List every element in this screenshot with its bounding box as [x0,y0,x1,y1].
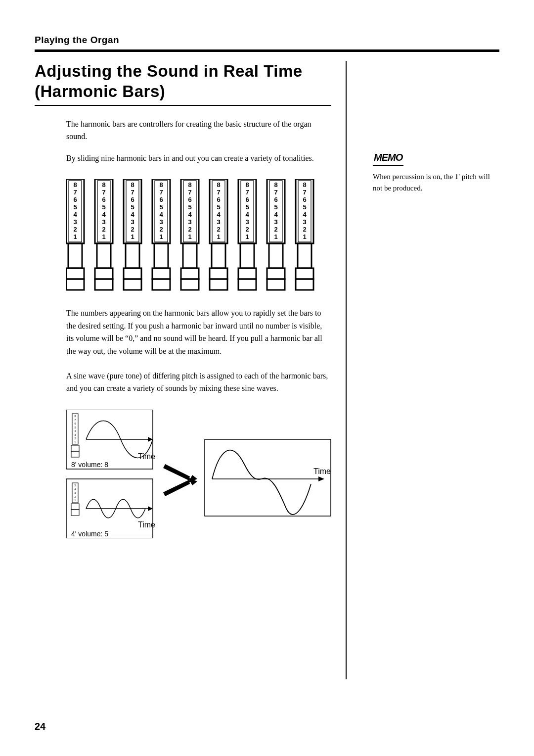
svg-rect-37 [124,268,141,279]
svg-text:6: 6 [102,196,105,203]
paragraph-3: The numbers appearing on the harmonic ba… [66,307,331,357]
svg-text:5: 5 [303,203,306,211]
svg-text:5: 5 [159,203,163,211]
svg-text:2: 2 [102,226,105,233]
svg-text:3: 3 [217,218,220,226]
svg-text:4: 4 [75,429,76,432]
svg-text:5: 5 [274,203,277,211]
svg-text:8: 8 [274,181,277,189]
svg-text:4: 4 [131,211,134,218]
svg-rect-102 [267,268,285,279]
memo-text: When percussion is on, the 1' pitch will… [373,171,499,194]
svg-text:4: 4 [245,211,249,218]
svg-text:4: 4 [217,211,221,218]
svg-text:3: 3 [274,218,277,226]
svg-text:3: 3 [102,218,105,226]
memo-icon: MEMO [373,150,403,166]
time-label-a: Time [138,452,155,461]
svg-rect-62 [183,243,197,268]
time-label-b: Time [138,520,155,529]
svg-text:8: 8 [245,181,249,189]
svg-text:8: 8 [159,181,163,189]
svg-rect-11 [66,268,84,279]
svg-text:7: 7 [303,189,306,196]
svg-marker-141 [148,506,153,511]
svg-text:2: 2 [75,437,76,440]
svg-text:2: 2 [303,226,306,233]
svg-text:5: 5 [131,203,134,211]
svg-text:8: 8 [217,181,220,189]
content-row: Adjusting the Sound in Real Time (Harmon… [35,61,499,679]
svg-rect-50 [152,268,170,279]
svg-rect-76 [210,268,227,279]
sine-wave-diagram: 87654321 Time 8' volume: 8 54321 [66,410,331,540]
svg-text:7: 7 [188,189,191,196]
svg-rect-63 [181,268,199,279]
svg-text:2: 2 [73,226,77,233]
sine-wave-svg: 87654321 Time 8' volume: 8 54321 [66,410,333,538]
svg-text:3: 3 [159,218,163,226]
column-divider-wrap [331,61,361,679]
svg-text:6: 6 [159,196,163,203]
sidebar-column: MEMO When percussion is on, the 1' pitch… [361,61,499,194]
svg-marker-144 [163,480,190,496]
svg-text:7: 7 [217,189,220,196]
svg-rect-51 [152,279,170,290]
svg-rect-90 [238,279,256,290]
svg-text:2: 2 [188,226,191,233]
svg-text:8: 8 [102,181,105,189]
svg-text:7: 7 [159,189,163,196]
svg-text:3: 3 [303,218,306,226]
svg-text:7: 7 [75,418,76,421]
main-column: Adjusting the Sound in Real Time (Harmon… [35,61,331,552]
svg-text:6: 6 [131,196,134,203]
svg-rect-146 [205,439,331,516]
svg-rect-116 [296,279,313,290]
svg-text:3: 3 [75,433,76,436]
page-title: Adjusting the Sound in Real Time (Harmon… [35,61,331,102]
svg-text:5: 5 [217,203,220,211]
wave-a-caption: 8' volume: 8 [71,461,108,469]
svg-text:5: 5 [75,425,76,428]
harmonic-bars-svg: 8765432187654321876543218765432187654321… [66,179,323,293]
svg-text:2: 2 [75,495,76,498]
time-label-c: Time [313,467,331,475]
svg-rect-12 [66,279,84,290]
svg-text:5: 5 [75,484,76,487]
svg-rect-103 [267,279,285,290]
svg-rect-128 [71,451,79,457]
title-rule [35,105,331,106]
svg-marker-148 [318,476,324,481]
svg-rect-114 [298,243,312,268]
svg-text:7: 7 [73,189,77,196]
page-number: 24 [35,721,45,732]
svg-rect-115 [296,268,313,279]
svg-text:3: 3 [188,218,191,226]
svg-text:8: 8 [303,181,306,189]
svg-rect-24 [95,268,113,279]
svg-text:2: 2 [217,226,220,233]
svg-text:6: 6 [274,196,277,203]
wave-b-caption: 4' volume: 5 [71,530,108,538]
svg-rect-49 [154,243,168,268]
column-divider [346,61,347,679]
svg-text:5: 5 [73,203,77,211]
svg-rect-139 [71,510,79,516]
svg-text:8: 8 [73,181,77,189]
svg-text:2: 2 [159,226,163,233]
svg-text:2: 2 [131,226,134,233]
svg-text:1: 1 [159,233,163,240]
svg-rect-101 [269,243,283,268]
svg-text:1: 1 [245,233,249,240]
svg-rect-138 [71,504,79,510]
svg-text:6: 6 [188,196,191,203]
svg-text:1: 1 [102,233,105,240]
svg-rect-25 [95,279,113,290]
svg-text:5: 5 [245,203,249,211]
svg-text:1: 1 [73,233,77,240]
svg-text:4: 4 [102,211,106,218]
svg-text:1: 1 [131,233,134,240]
svg-text:2: 2 [245,226,249,233]
svg-text:6: 6 [75,422,76,425]
svg-rect-88 [240,243,254,268]
